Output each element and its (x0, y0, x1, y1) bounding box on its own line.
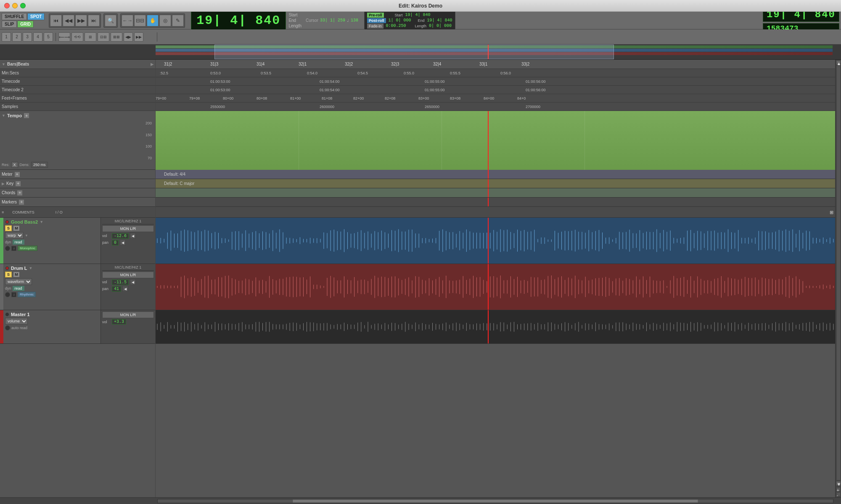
loop-button[interactable]: ⟲⟲ (71, 32, 83, 42)
chords-track-content[interactable] (156, 188, 835, 198)
monitor-drum-l[interactable]: MON L/R (102, 272, 154, 278)
fade-in-label[interactable]: Fade-in (367, 24, 383, 29)
track-dropdown-drum-l-icon[interactable]: ▼ (29, 266, 33, 270)
feet-frames-ruler[interactable]: 79+00 79+08 80+00 80+08 81+00 81+08 82+0… (156, 94, 835, 103)
meter-add-button[interactable]: + (14, 172, 20, 177)
auto-read-master[interactable]: auto read (11, 326, 27, 330)
pan-value-good-bass[interactable]: 0 (112, 240, 119, 245)
expand-all-icon[interactable]: ⊞ (830, 209, 833, 215)
trim-tool[interactable]: ⊟⊟ (134, 15, 146, 26)
track-rec-master[interactable] (5, 312, 9, 317)
minimize-button[interactable] (12, 3, 18, 8)
timecode-ruler[interactable]: 01:00:53:00 01:00:54:00 01:00:55:00 01:0… (156, 77, 835, 86)
vol-value-master[interactable]: +3.3 (112, 319, 126, 325)
ruler-expand-icon[interactable]: ▶ (151, 62, 153, 66)
dyn-value-good-bass[interactable]: read (13, 240, 24, 245)
monitor-good-bass[interactable]: MON L/R (102, 225, 154, 232)
rhythmic-drum-l[interactable]: Rhythmic (18, 292, 36, 297)
vol-value-drum-l[interactable]: -11.5 (112, 280, 129, 285)
input-label-good-bass[interactable]: MIC/LINE/HIZ 1 (102, 219, 154, 224)
tempo-add-button[interactable]: + (24, 113, 29, 119)
number-2-button[interactable]: 2 (12, 32, 21, 42)
samples-ruler[interactable]: 2550000 2600000 2650000 2700000 (156, 103, 835, 111)
key-add-button[interactable]: + (15, 181, 21, 187)
timecode-ruler-label[interactable]: Timecode (0, 77, 155, 86)
grid-button[interactable]: GRID (17, 21, 34, 28)
bars-beats-ruler[interactable]: 31|2 31|3 31|4 32|1 32|2 32|3 32|4 33|1 … (156, 60, 835, 69)
in-out-button[interactable]: ⟵⟶ (58, 32, 70, 42)
dyn-value-drum-l[interactable]: read (13, 286, 24, 291)
track-color-strip-master[interactable] (0, 310, 3, 343)
plugin-enable-good-bass[interactable] (5, 246, 10, 251)
markers-track-content[interactable] (156, 198, 835, 207)
monitor-master[interactable]: MON L/R (102, 311, 154, 318)
tempo-tool[interactable]: ⊠⊠ (111, 32, 122, 42)
overview-bar[interactable] (0, 45, 841, 60)
h-scroll-track[interactable] (157, 499, 833, 503)
fast-forward-button[interactable]: ▶▶ (75, 15, 87, 26)
zoom-out-right[interactable]: - (836, 492, 841, 496)
samples-ruler-label[interactable]: Samples (0, 103, 155, 111)
vol-value-good-bass[interactable]: -12.6 (112, 233, 129, 239)
mute-drum-l[interactable]: M (13, 272, 20, 277)
track-color-strip-drum-l[interactable] (0, 264, 3, 310)
min-secs-ruler-label[interactable]: Min:Secs (0, 69, 155, 77)
grid-options[interactable]: ⊟⊞ (98, 32, 109, 42)
pan-arrow-drum-l[interactable]: ◀ (122, 286, 128, 292)
res-button[interactable]: X (11, 162, 18, 168)
vol-arrow-good-bass[interactable]: ◀ (130, 233, 136, 239)
track-rec-good-bass[interactable] (5, 220, 9, 224)
monophonic-good-bass[interactable]: Monophnc (18, 245, 37, 251)
snap-button[interactable]: ⊞ (85, 32, 96, 42)
clip-tool[interactable]: ◀▶ (124, 32, 133, 42)
shuffle-button[interactable]: SHUFFLE (2, 13, 27, 20)
track-mode-good-bass[interactable]: warp (5, 232, 24, 239)
vol-arrow-drum-l[interactable]: ◀ (130, 279, 136, 285)
maximize-button[interactable] (20, 3, 26, 8)
post-roll-label[interactable]: Post-roll (367, 18, 386, 23)
solo-good-bass[interactable]: S (5, 225, 12, 231)
chords-row-left[interactable]: Chords + (0, 188, 155, 198)
meter-row-left[interactable]: Meter + (0, 170, 155, 179)
pencil-tool[interactable]: ✎ (172, 15, 184, 26)
zoom-button[interactable]: 🔍 (105, 15, 116, 26)
main-position-counter[interactable]: 19| 4| 840 (196, 13, 280, 28)
track-color-strip-good-bass[interactable] (0, 218, 3, 264)
scroll-down-button[interactable]: ▼ (836, 481, 841, 486)
track-mode-master[interactable]: volume (5, 318, 28, 325)
key-track-content[interactable]: Default: C major (156, 179, 835, 188)
h-scroll-thumb[interactable] (293, 499, 698, 503)
select-tool[interactable]: ←→ (122, 15, 133, 26)
track-dropdown-icon[interactable]: ▼ (40, 220, 43, 224)
plugin-enable-drum-l[interactable] (5, 292, 10, 297)
feet-frames-ruler-label[interactable]: Feet+Frames (0, 94, 155, 103)
input-label-drum-l[interactable]: MIC/LINE/HIZ 1 (102, 265, 154, 271)
key-expand-icon[interactable]: ▶ (2, 182, 5, 186)
number-3-button[interactable]: 3 (23, 32, 32, 42)
channel-icon[interactable]: ≡ (2, 210, 4, 214)
plugin-edit-drum-l[interactable]: ↓ (11, 292, 16, 297)
bars-beats-ruler-label[interactable]: ▼ Bars|Beats ▶ (0, 60, 155, 69)
slip-button[interactable]: SLIP (2, 21, 17, 28)
solo-drum-l[interactable]: S (5, 272, 12, 277)
waveform-drum-l[interactable] (156, 264, 835, 310)
track-rec-drum-l[interactable] (5, 266, 9, 270)
zoom-in-right[interactable]: + (836, 487, 841, 491)
hand-tool[interactable]: ✋ (147, 15, 159, 26)
tempo-collapse-icon[interactable]: ▼ (2, 113, 5, 118)
track-mode-drum-l[interactable]: waveform (5, 278, 32, 285)
chords-add-button[interactable]: + (17, 190, 23, 196)
mode-dropdown-icon[interactable]: ▼ (25, 234, 28, 237)
mute-good-bass[interactable]: M (13, 225, 20, 231)
timecode2-ruler[interactable]: 01:00:53:00 01:00:54:00 01:00:55:00 01:0… (156, 86, 835, 94)
dens-value[interactable]: 250 ms (31, 162, 48, 168)
markers-row-left[interactable]: Markers + (0, 198, 155, 207)
track-tool[interactable]: ▶▶ (134, 32, 143, 42)
min-secs-ruler[interactable]: :52.5 0:53.0 0:53.5 0:54.0 0:54.5 0:55.0… (156, 69, 835, 77)
pre-roll-label[interactable]: Pre-roll (367, 13, 384, 18)
overview-selection[interactable] (214, 45, 614, 59)
rewind-button[interactable]: ◀◀ (63, 15, 74, 26)
scroll-track[interactable] (836, 66, 841, 480)
listen-tool[interactable]: ◎ (159, 15, 171, 26)
window-controls[interactable] (4, 3, 26, 8)
